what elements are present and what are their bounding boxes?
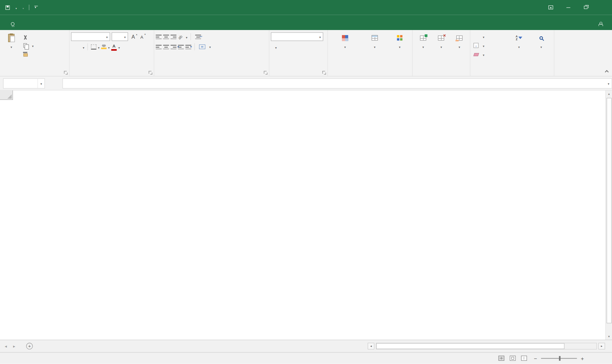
undo-caret-icon [16, 4, 17, 10]
insert-cells-icon [420, 35, 426, 41]
title-bar [0, 0, 612, 15]
close-button[interactable] [594, 0, 612, 15]
top-align-icon[interactable] [156, 34, 161, 39]
save-button[interactable] [5, 5, 10, 9]
share-button[interactable] [598, 18, 606, 30]
restore-icon [584, 6, 587, 9]
restore-button[interactable] [577, 0, 594, 15]
cell-styles-button[interactable] [389, 32, 411, 69]
collapse-ribbon-button[interactable] [605, 70, 609, 74]
sheet-nav [0, 340, 19, 352]
middle-align-icon[interactable] [163, 34, 169, 39]
clear-button[interactable] [472, 50, 508, 59]
fill-color-caret-icon[interactable] [108, 44, 110, 49]
alignment-group [154, 30, 269, 76]
minimize-button[interactable] [559, 0, 577, 15]
formula-input[interactable] [62, 78, 612, 88]
ribbon-tab-row [0, 15, 612, 30]
autosum-button[interactable] [472, 32, 508, 41]
paste-button[interactable] [2, 32, 21, 69]
zoom-out-button[interactable]: − [534, 355, 537, 361]
expand-formula-bar-icon[interactable] [608, 80, 609, 86]
zoom-in-button[interactable]: + [581, 355, 584, 361]
number-dialog-launcher[interactable] [322, 71, 326, 75]
accounting-caret-icon[interactable] [275, 44, 277, 49]
orientation-icon[interactable] [178, 34, 184, 40]
fill-button[interactable] [472, 41, 508, 49]
fill-icon [474, 43, 479, 48]
scroll-right-icon[interactable] [598, 343, 605, 350]
cut-button[interactable] [21, 33, 35, 42]
name-box-caret[interactable] [37, 79, 44, 88]
font-size-select[interactable] [112, 32, 128, 41]
clipboard-dialog-launcher[interactable] [64, 71, 68, 75]
delete-cells-icon [438, 35, 445, 41]
redo-button[interactable] [22, 4, 24, 10]
customize-qat-icon [35, 6, 38, 9]
underline-caret-icon[interactable] [83, 44, 84, 49]
horizontal-scrollbar [365, 340, 612, 352]
vertical-scrollbar[interactable] [605, 90, 612, 339]
decrease-indent-icon[interactable] [178, 44, 184, 49]
fill-color-button[interactable] [101, 44, 106, 49]
new-sheet-button[interactable] [26, 343, 33, 350]
delete-cells-button[interactable] [432, 32, 450, 69]
increase-indent-icon[interactable] [185, 44, 191, 49]
font-dialog-launcher[interactable] [149, 71, 152, 75]
font-group [69, 30, 154, 76]
font-color-caret-icon[interactable] [118, 44, 120, 49]
ribbon [0, 30, 612, 76]
undo-button[interactable] [15, 4, 17, 10]
merge-center-icon [199, 44, 205, 49]
borders-icon[interactable] [91, 44, 97, 49]
next-sheet-icon[interactable] [13, 343, 15, 349]
alignment-dialog-launcher[interactable] [264, 71, 268, 75]
orientation-caret-icon[interactable] [186, 34, 187, 40]
sort-filter-button[interactable] [508, 32, 530, 69]
tell-me-box[interactable] [11, 18, 17, 30]
zoom-slider[interactable] [541, 358, 577, 359]
decrease-font-size-button[interactable] [140, 34, 143, 40]
merge-center-button[interactable] [198, 43, 212, 51]
normal-view-icon[interactable] [498, 356, 504, 361]
font-color-button[interactable] [111, 43, 117, 50]
cell-styles-icon [397, 35, 399, 37]
name-box[interactable] [3, 78, 45, 88]
align-right-icon[interactable] [171, 44, 176, 49]
copy-button[interactable] [21, 41, 35, 49]
scroll-down-icon[interactable] [606, 333, 612, 340]
number-format-select[interactable] [271, 32, 323, 41]
wrap-text-button[interactable] [194, 33, 204, 41]
editing-group-label [470, 69, 554, 76]
styles-group-label [328, 69, 412, 76]
format-as-table-button[interactable] [361, 32, 389, 69]
format-cells-button[interactable] [450, 32, 469, 69]
page-layout-view-icon[interactable] [510, 356, 515, 361]
format-caret-icon [459, 44, 460, 50]
insert-caret-icon [422, 44, 424, 50]
cells-group [413, 30, 470, 76]
increase-font-size-button[interactable] [132, 34, 135, 40]
align-center-icon[interactable] [163, 44, 169, 49]
format-painter-button[interactable] [21, 49, 35, 58]
scroll-up-icon[interactable] [606, 90, 612, 97]
find-select-button[interactable] [530, 32, 552, 69]
page-break-view-icon[interactable] [521, 356, 527, 361]
insert-cells-button[interactable] [414, 32, 432, 69]
worksheet [0, 90, 605, 339]
bottom-align-icon[interactable] [171, 34, 176, 39]
font-group-label [69, 69, 154, 76]
font-name-select[interactable] [71, 32, 110, 41]
horizontal-scrollbar-track[interactable] [376, 343, 597, 350]
zoom-slider-thumb[interactable] [559, 356, 561, 361]
scroll-left-icon[interactable] [368, 343, 375, 350]
ribbon-display-options-button[interactable] [542, 0, 559, 15]
conditional-formatting-button[interactable] [329, 32, 361, 69]
borders-caret-icon[interactable] [98, 44, 100, 49]
select-all-button[interactable] [0, 90, 13, 100]
customize-qat-button[interactable] [35, 6, 38, 9]
align-left-icon[interactable] [156, 44, 161, 49]
horizontal-scrollbar-thumb[interactable] [376, 343, 564, 349]
previous-sheet-icon[interactable] [5, 343, 7, 349]
vertical-scrollbar-thumb[interactable] [606, 98, 611, 323]
